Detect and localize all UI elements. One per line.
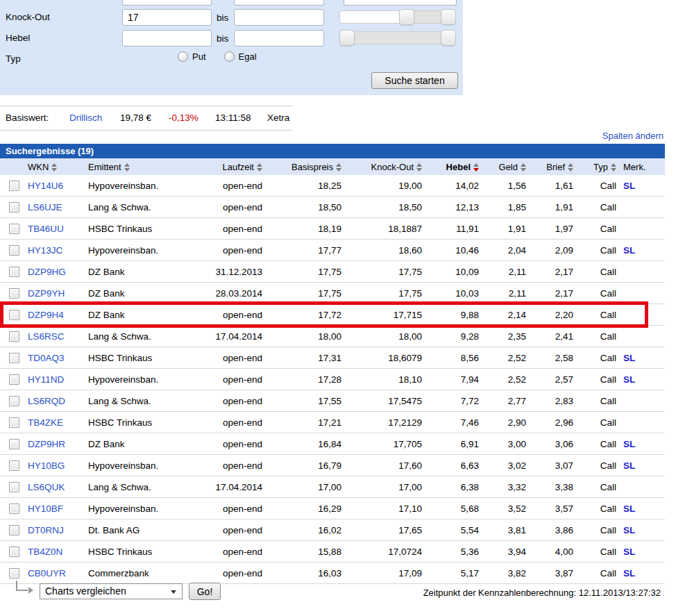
- geld-cell: 2,52: [482, 374, 529, 385]
- wkn-link[interactable]: LS6QUK: [28, 482, 65, 492]
- wkn-link[interactable]: CB0UYR: [28, 568, 66, 578]
- truncated-input[interactable]: [122, 0, 212, 6]
- wkn-link[interactable]: DT0RNJ: [28, 525, 64, 535]
- checkbox-cell: [0, 202, 26, 213]
- typ-cell: Call: [576, 331, 619, 342]
- row-checkbox[interactable]: [9, 245, 19, 256]
- row-checkbox[interactable]: [9, 482, 19, 492]
- wkn-link[interactable]: HY10BF: [28, 503, 63, 514]
- hebel-cell: 10,09: [425, 267, 482, 277]
- go-button[interactable]: Go!: [189, 583, 221, 600]
- row-checkbox[interactable]: [9, 353, 19, 363]
- row-checkbox[interactable]: [9, 224, 19, 234]
- basiswert-link[interactable]: Drillisch: [69, 113, 102, 123]
- emittent-cell: Commerzbank: [85, 568, 205, 578]
- slider-handle[interactable]: [339, 30, 355, 46]
- column-header-wkn[interactable]: WKN: [26, 162, 85, 172]
- sort-arrows-icon: [416, 163, 422, 172]
- row-checkbox[interactable]: [9, 439, 19, 449]
- checkbox-cell: [0, 245, 26, 256]
- row-checkbox[interactable]: [9, 374, 19, 385]
- checkbox-cell: [0, 460, 26, 471]
- column-header-geld[interactable]: Geld: [482, 162, 529, 172]
- row-checkbox[interactable]: [9, 396, 19, 406]
- wkn-link[interactable]: HY14U6: [28, 181, 63, 191]
- wkn-link[interactable]: DZP9YH: [28, 288, 65, 299]
- hebel-cell: 8,56: [425, 353, 482, 363]
- typ-label: Typ: [6, 53, 21, 64]
- column-header-laufzeit[interactable]: Laufzeit: [205, 162, 265, 172]
- row-checkbox[interactable]: [9, 331, 19, 342]
- spalten-aendern-link[interactable]: Spalten ändern: [602, 131, 664, 141]
- wkn-link[interactable]: TB4ZKE: [28, 417, 63, 428]
- row-checkbox[interactable]: [9, 525, 19, 535]
- brief-cell: 2,96: [529, 417, 576, 428]
- checkbox-cell: [0, 439, 26, 449]
- radio-put[interactable]: Put: [178, 51, 206, 62]
- row-checkbox[interactable]: [9, 503, 19, 514]
- column-header-merk: Merk.: [619, 162, 665, 172]
- knockout-cell: 17,09: [344, 568, 425, 578]
- slider-handle[interactable]: [441, 30, 456, 46]
- row-checkbox[interactable]: [9, 181, 19, 191]
- wkn-link[interactable]: DZP9HG: [28, 267, 66, 277]
- row-checkbox[interactable]: [9, 417, 19, 428]
- checkbox-cell: [0, 288, 26, 299]
- typ-cell: Call: [576, 482, 619, 492]
- row-checkbox[interactable]: [9, 267, 19, 277]
- charts-compare-select[interactable]: Charts vergleichen: [40, 583, 183, 599]
- wkn-link[interactable]: DZP9HR: [28, 439, 65, 449]
- wkn-link[interactable]: HY11ND: [28, 374, 64, 385]
- wkn-link[interactable]: LS6RSC: [28, 331, 65, 342]
- wkn-cell: CB0UYR: [26, 568, 85, 578]
- radio-egal[interactable]: Egal: [224, 51, 257, 62]
- column-header-label: Typ: [593, 162, 608, 172]
- wkn-link[interactable]: DZP9H4: [28, 310, 64, 320]
- basiswert-time: 13:11:58: [215, 113, 251, 123]
- wkn-link[interactable]: HY13JC: [28, 245, 62, 256]
- column-header-label: Geld: [499, 162, 518, 172]
- column-header-typ[interactable]: Typ: [576, 162, 619, 172]
- row-checkbox[interactable]: [9, 547, 19, 557]
- laufzeit-cell: open-end: [205, 417, 265, 428]
- search-button[interactable]: Suche starten: [371, 72, 458, 89]
- hebel-from-input[interactable]: [122, 30, 212, 47]
- row-checkbox[interactable]: [9, 288, 19, 299]
- knockout-cell: 17,75: [344, 267, 425, 277]
- row-checkbox[interactable]: [9, 460, 19, 471]
- geld-cell: 1,91: [482, 224, 529, 234]
- wkn-link[interactable]: HY10BG: [28, 460, 65, 471]
- laufzeit-cell: 28.03.2014: [205, 288, 265, 299]
- wkn-link[interactable]: TD0AQ3: [28, 353, 65, 363]
- wkn-link[interactable]: LS6RQD: [28, 396, 65, 406]
- knockout-from-input[interactable]: [122, 9, 212, 26]
- column-header-knockout[interactable]: Knock-Out: [344, 162, 425, 172]
- brief-cell: 2,09: [529, 245, 576, 256]
- wkn-link[interactable]: TB46UU: [28, 224, 64, 234]
- slider-handle[interactable]: [441, 9, 456, 25]
- hebel-cell: 7,94: [425, 374, 482, 385]
- hebel-range-slider[interactable]: [339, 30, 456, 47]
- typ-cell: Call: [576, 396, 619, 406]
- slider-handle[interactable]: [399, 9, 414, 25]
- column-header-basispreis[interactable]: Basispreis: [265, 162, 344, 172]
- row-checkbox[interactable]: [9, 202, 19, 213]
- wkn-link[interactable]: LS6UJE: [28, 202, 62, 213]
- truncated-input[interactable]: [234, 0, 324, 6]
- merk-cell: SL: [619, 374, 665, 385]
- wkn-cell: HY10BF: [26, 503, 85, 514]
- row-checkbox[interactable]: [9, 568, 19, 578]
- row-checkbox[interactable]: [9, 310, 19, 320]
- emittent-cell: Hypovereinsban.: [85, 503, 205, 514]
- hebel-to-input[interactable]: [234, 30, 324, 47]
- laufzeit-cell: open-end: [205, 396, 265, 406]
- column-header-brief[interactable]: Brief: [529, 162, 576, 172]
- column-header-emittent[interactable]: Emittent: [85, 162, 205, 172]
- basispreis-cell: 17,75: [265, 288, 344, 299]
- checkbox-cell: [0, 482, 26, 492]
- truncated-input[interactable]: [344, 0, 457, 6]
- column-header-hebel[interactable]: Hebel: [425, 162, 482, 172]
- knockout-range-slider[interactable]: [339, 9, 456, 26]
- knockout-to-input[interactable]: [234, 9, 324, 26]
- wkn-link[interactable]: TB4Z0N: [28, 547, 62, 557]
